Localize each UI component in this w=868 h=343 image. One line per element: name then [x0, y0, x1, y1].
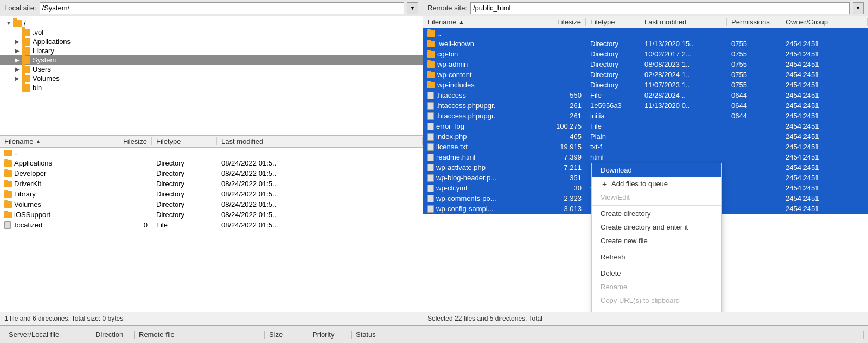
remote-site-dropdown[interactable]: ▼	[853, 2, 864, 14]
remote-row-htaccess[interactable]: .htaccess 550 File 02/28/2024 .. 0644 24…	[423, 90, 868, 100]
file-list-body[interactable]: .. Applications Directory 08/24/2022 01:…	[0, 148, 423, 312]
remote-row-licensetxt[interactable]: license.txt 19,915 txt-f 2454 2451	[423, 142, 868, 152]
content-area: ▼ / .vol ▶ Applications ▶	[0, 16, 868, 325]
tree-item-library[interactable]: ▶ Library	[0, 46, 423, 55]
ctx-refresh[interactable]: Refresh	[592, 250, 721, 264]
r-col-filesize[interactable]: Filesize	[542, 18, 586, 26]
r-size-htaccessphp1: 261	[542, 101, 586, 110]
tree-item-volumes-tree[interactable]: ▶ Volumes	[0, 74, 423, 83]
remote-row-dotdot[interactable]: ..	[423, 28, 868, 39]
local-site-dropdown[interactable]: ▼	[407, 2, 418, 14]
ctx-create-dir[interactable]: Create directory	[592, 207, 721, 220]
file-row-dotdot[interactable]: ..	[0, 148, 423, 158]
tree-text-system: System	[33, 56, 56, 64]
r-modified-wellknown: 11/13/2020 15..	[640, 40, 727, 48]
remote-status: Selected 22 files and 5 directories. Tot…	[423, 312, 868, 325]
r-type-htaccess: File	[586, 91, 640, 99]
tree-item-root[interactable]: ▼ /	[0, 18, 423, 28]
file-row-iossupport[interactable]: iOSSupport Directory 08/24/2022 01:5..	[0, 209, 423, 220]
file-row-driverkit[interactable]: DriverKit Directory 08/24/2022 01:5..	[0, 179, 423, 189]
tree-toggle-applications[interactable]: ▶	[13, 39, 22, 45]
file-modified-iossupport: 08/24/2022 01:5..	[217, 211, 423, 219]
local-site-input[interactable]	[40, 2, 404, 14]
file-row-applications[interactable]: Applications Directory 08/24/2022 01:5..	[0, 158, 423, 168]
ctx-file-perms: File permissions...	[592, 307, 721, 312]
tree-area[interactable]: ▼ / .vol ▶ Applications ▶	[0, 16, 423, 136]
tree-text-volumes: Volumes	[33, 74, 60, 82]
tree-item-users[interactable]: ▶ Users	[0, 65, 423, 74]
file-row-localized[interactable]: .localized 0 File 08/24/2022 01:5..	[0, 220, 423, 230]
ctx-download[interactable]: Download	[592, 163, 721, 177]
r-col-permissions[interactable]: Permissions	[727, 18, 781, 26]
tree-item-system[interactable]: ▶ System	[0, 55, 423, 65]
col-filesize[interactable]: Filesize	[108, 137, 152, 145]
r-perm-htaccessphp2: 0644	[727, 112, 781, 120]
r-type-errorlog: File	[586, 122, 640, 130]
r-owner-wpcomments: 2454 2451	[781, 194, 868, 202]
ctx-rename: Rename	[592, 280, 721, 294]
tree-toggle-library[interactable]: ▶	[13, 48, 22, 54]
remote-file-body[interactable]: .. .well-known Directory 11/13/2020 15..…	[423, 28, 868, 312]
r-owner-cgibin: 2454 2451	[781, 50, 868, 58]
r-col-owner[interactable]: Owner/Group	[781, 18, 868, 26]
remote-row-htaccess-phpupgr-1[interactable]: .htaccess.phpupgr. 261 1e5956a3 11/13/20…	[423, 100, 868, 111]
ctx-create-file[interactable]: Create new file	[592, 234, 721, 247]
remote-row-well-known[interactable]: .well-known Directory 11/13/2020 15.. 07…	[423, 39, 868, 49]
ctx-sep-1	[592, 205, 721, 206]
r-perm-cgibin: 0755	[727, 50, 781, 58]
ctx-add-queue[interactable]: + Add files to queue	[592, 177, 721, 190]
right-panel: Filename ▲ Filesize Filetype Last modifi…	[423, 16, 868, 325]
col-filetype[interactable]: Filetype	[152, 137, 217, 145]
folder-icon-root	[13, 20, 22, 27]
col-lastmodified[interactable]: Last modified	[217, 137, 423, 145]
r-owner-wpconfigsample: 2454 2451	[781, 205, 868, 213]
ctx-create-dir-enter[interactable]: Create directory and enter it	[592, 220, 721, 234]
file-name-library-file: Library	[14, 190, 36, 198]
col-filename[interactable]: Filename ▲	[0, 137, 108, 145]
ctx-view-edit: View/Edit	[592, 190, 721, 204]
r-file-icon-readmehtml	[427, 154, 434, 161]
r-modified-wpadmin: 08/08/2023 1..	[640, 60, 727, 68]
remote-row-cgibin[interactable]: cgi-bin Directory 10/02/2017 2... 0755 2…	[423, 49, 868, 59]
r-owner-indexphp: 2454 2451	[781, 132, 868, 141]
r-col-filename[interactable]: Filename ▲	[423, 18, 542, 26]
remote-row-readmehtml[interactable]: readme.html 7,399 html 2454 2451	[423, 152, 868, 162]
remote-row-wpcontent[interactable]: wp-content Directory 02/28/2024 1.. 0755…	[423, 69, 868, 80]
r-name-wpcontent: wp-content	[437, 71, 472, 79]
r-file-icon-wpconfigsample	[427, 205, 434, 213]
tree-item-vol[interactable]: .vol	[0, 28, 423, 37]
r-owner-wpactivate: 2454 2451	[781, 163, 868, 172]
r-col-filetype[interactable]: Filetype	[586, 18, 640, 26]
tree-toggle-system[interactable]: ▶	[13, 57, 22, 63]
r-col-lastmodified[interactable]: Last modified	[640, 18, 727, 26]
r-file-icon-wpcli	[427, 185, 434, 192]
tree-toggle-users[interactable]: ▶	[13, 66, 22, 72]
ctx-delete[interactable]: Delete	[592, 266, 721, 280]
r-owner-wpblogheader: 2454 2451	[781, 174, 868, 182]
remote-site-input[interactable]	[470, 2, 850, 14]
r-name-indexphp: index.php	[436, 132, 467, 141]
r-modified-cgibin: 10/02/2017 2...	[640, 50, 727, 58]
file-row-developer[interactable]: Developer Directory 08/24/2022 01:5..	[0, 168, 423, 179]
r-file-icon-wpcomments	[427, 195, 434, 202]
r-name-wpconfigsample: wp-config-sampl...	[436, 205, 493, 213]
remote-row-wpincludes[interactable]: wp-includes Directory 11/07/2023 1.. 075…	[423, 80, 868, 90]
tree-item-bin[interactable]: bin	[0, 83, 423, 92]
r-name-readmehtml: readme.html	[436, 153, 475, 161]
r-name-wpcomments: wp-comments-po...	[436, 194, 496, 202]
remote-row-wpadmin[interactable]: wp-admin Directory 08/08/2023 1.. 0755 2…	[423, 59, 868, 69]
r-name-wpadmin: wp-admin	[437, 60, 468, 68]
tree-item-applications[interactable]: ▶ Applications	[0, 37, 423, 46]
r-name-wpblogheader: wp-blog-header.p...	[436, 174, 496, 182]
r-modified-wpcontent: 02/28/2024 1..	[640, 71, 727, 79]
file-row-volumes-file[interactable]: Volumes Directory 08/24/2022 01:5..	[0, 199, 423, 209]
remote-row-htaccess-phpupgr-2[interactable]: .htaccess.phpupgr. 261 initia 0644 2454 …	[423, 111, 868, 121]
r-modified-htaccessphp1: 11/13/2020 0..	[640, 101, 727, 110]
remote-row-errorlog[interactable]: error_log 100,275 File 2454 2451	[423, 121, 868, 131]
tree-toggle-volumes[interactable]: ▶	[13, 75, 22, 81]
remote-site-label: Remote site:	[427, 4, 467, 12]
remote-row-indexphp[interactable]: index.php 405 Plain 2454 2451	[423, 131, 868, 142]
file-row-library-file[interactable]: Library Directory 08/24/2022 01:5..	[0, 189, 423, 199]
r-file-icon-licensetxt	[427, 143, 434, 151]
tree-toggle-root[interactable]: ▼	[4, 20, 13, 26]
